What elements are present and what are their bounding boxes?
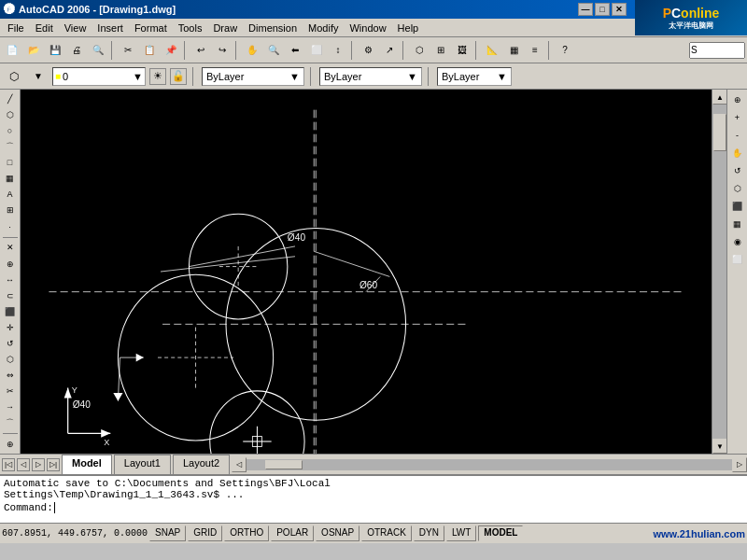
draw-point-button[interactable]: ·: [2, 219, 19, 234]
rt-grid-button[interactable]: ⬛: [729, 198, 746, 215]
zoom-prev-button[interactable]: ⬅: [285, 40, 305, 61]
color-select[interactable]: ByLayer ▼: [202, 67, 304, 86]
menu-tools[interactable]: Tools: [173, 21, 208, 35]
modify-copy-button[interactable]: ⊕: [2, 257, 19, 272]
menu-file[interactable]: File: [2, 21, 30, 35]
layer-select[interactable]: ■ 0 ▼: [52, 67, 146, 86]
modify-move-button[interactable]: ✛: [2, 320, 19, 335]
grid-button[interactable]: GRID: [188, 525, 222, 541]
draw-rect-button[interactable]: □: [2, 155, 19, 170]
dyn-button[interactable]: DYN: [414, 525, 444, 541]
dist-button[interactable]: 📐: [482, 40, 502, 61]
vscroll-thumb[interactable]: [713, 114, 726, 151]
close-button[interactable]: ✕: [612, 3, 627, 16]
rt-render-button[interactable]: ⬜: [729, 251, 746, 268]
menu-draw[interactable]: Draw: [207, 21, 243, 35]
rt-pan-button[interactable]: ✋: [729, 145, 746, 161]
hscroll-right-arrow[interactable]: ▷: [732, 457, 747, 472]
menu-help[interactable]: Help: [392, 21, 425, 35]
snap-button[interactable]: SNAP: [149, 525, 186, 541]
region-button[interactable]: ▦: [503, 40, 524, 61]
menu-dimension[interactable]: Dimension: [243, 21, 303, 35]
canvas-area[interactable]: Ø40 Ø60 Ø40: [21, 90, 712, 454]
zoom-button[interactable]: 🔍: [263, 40, 284, 61]
insert-block-button[interactable]: ⬡: [409, 40, 430, 61]
rt-orbit-button[interactable]: ↺: [729, 162, 746, 179]
vscroll-down-arrow[interactable]: ▼: [712, 439, 726, 454]
layer-state-button[interactable]: ▼: [28, 66, 49, 87]
modify-erase-button[interactable]: ✕: [2, 240, 19, 255]
draw-circle-button[interactable]: ○: [2, 123, 19, 138]
tab-first-button[interactable]: |◁: [2, 458, 15, 471]
ortho-button[interactable]: ORTHO: [224, 525, 269, 541]
menu-edit[interactable]: Edit: [30, 21, 59, 35]
modify-scale-button[interactable]: ⬡: [2, 352, 19, 367]
draw-hatch-button[interactable]: ▦: [2, 171, 19, 186]
properties-button[interactable]: ⚙: [358, 40, 378, 61]
xref-button[interactable]: ⊞: [430, 40, 451, 61]
hscroll-thumb[interactable]: [265, 460, 303, 469]
hscroll-track[interactable]: [247, 459, 732, 470]
search-input[interactable]: [689, 42, 745, 59]
list-button[interactable]: ≡: [525, 40, 545, 61]
zoom-window-button[interactable]: ⬜: [306, 40, 327, 61]
help-button[interactable]: ?: [555, 40, 575, 61]
menu-format[interactable]: Format: [129, 21, 173, 35]
modify-array-button[interactable]: ⬛: [2, 304, 19, 319]
draw-text-button[interactable]: A: [2, 187, 19, 202]
undo-button[interactable]: ↩: [190, 40, 211, 61]
copy-button[interactable]: 📋: [139, 40, 160, 61]
rt-shade-button[interactable]: ◉: [729, 233, 746, 250]
title-bar-right[interactable]: — □ ✕: [578, 3, 627, 16]
draw-poly-button[interactable]: ⬡: [2, 107, 19, 122]
paste-button[interactable]: 📌: [161, 40, 181, 61]
rt-snap-button[interactable]: ⊕: [729, 91, 746, 108]
layer-freeze-btn[interactable]: ☀: [149, 68, 166, 85]
tab-prev-button[interactable]: ◁: [17, 458, 30, 471]
redo-button[interactable]: ↪: [212, 40, 233, 61]
plot-button[interactable]: 🖨: [66, 40, 87, 61]
zoom-realtime-button[interactable]: ↕: [328, 40, 348, 61]
menu-modify[interactable]: Modify: [303, 21, 344, 35]
open-button[interactable]: 📂: [23, 40, 44, 61]
layer-lock-btn[interactable]: 🔓: [170, 68, 187, 85]
rt-extents-button[interactable]: ⬡: [729, 180, 746, 197]
modify-stretch-button[interactable]: ⇔: [2, 368, 19, 383]
rt-3d-button[interactable]: ▦: [729, 216, 746, 232]
lwt-button[interactable]: LWT: [446, 525, 476, 541]
lineweight-select[interactable]: ByLayer ▼: [437, 67, 512, 86]
otrack-button[interactable]: OTRACK: [361, 525, 412, 541]
rt-zoom-out-button[interactable]: -: [729, 127, 746, 144]
polar-button[interactable]: POLAR: [271, 525, 314, 541]
cut-button[interactable]: ✂: [118, 40, 138, 61]
modify-offset-button[interactable]: ⊂: [2, 288, 19, 303]
hscroll-left-arrow[interactable]: ◁: [232, 457, 247, 472]
draw-arc-button[interactable]: ⌒: [2, 139, 19, 154]
modify-extend-button[interactable]: →: [2, 399, 19, 414]
menu-view[interactable]: View: [59, 21, 92, 35]
modify-trim-button[interactable]: ✂: [2, 384, 19, 399]
pan-button[interactable]: ✋: [242, 40, 262, 61]
tab-layout1[interactable]: Layout1: [114, 455, 171, 474]
minimize-button[interactable]: —: [578, 3, 593, 16]
maximize-button[interactable]: □: [595, 3, 610, 16]
menu-insert[interactable]: Insert: [92, 21, 129, 35]
tab-last-button[interactable]: ▷|: [47, 458, 60, 471]
osnap-button[interactable]: OSNAP: [316, 525, 359, 541]
layer-manager-button[interactable]: ⬡: [4, 66, 24, 87]
save-button[interactable]: 💾: [45, 40, 65, 61]
vscroll-up-arrow[interactable]: ▲: [712, 90, 726, 105]
tab-layout2[interactable]: Layout2: [173, 455, 230, 474]
draw-axis-button[interactable]: ⊕: [2, 437, 19, 452]
new-button[interactable]: 📄: [2, 40, 22, 61]
rt-zoom-in-button[interactable]: +: [729, 109, 746, 126]
vscroll-track[interactable]: [712, 105, 726, 439]
draw-insert-button[interactable]: ⊞: [2, 203, 19, 217]
linetype-select[interactable]: ByLayer ▼: [319, 67, 422, 86]
menu-window[interactable]: Window: [344, 21, 391, 35]
preview-button[interactable]: 🔍: [88, 40, 108, 61]
tab-next-button[interactable]: ▷: [32, 458, 45, 471]
model-button[interactable]: MODEL: [478, 525, 523, 541]
image-button[interactable]: 🖼: [452, 40, 472, 61]
modify-mirror-button[interactable]: ↔: [2, 273, 19, 287]
